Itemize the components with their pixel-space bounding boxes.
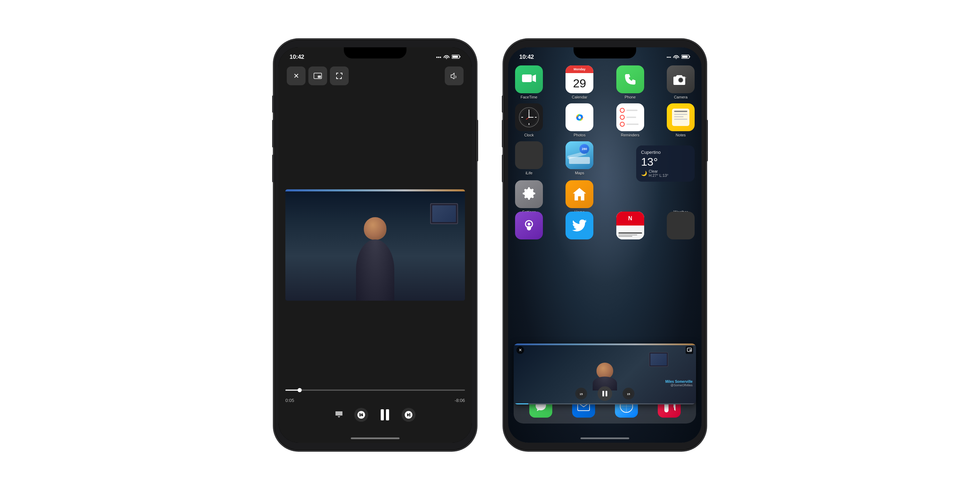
camera-label: Camera xyxy=(674,95,687,99)
app-podcast[interactable] xyxy=(515,212,543,239)
maps-label: Maps xyxy=(575,171,584,175)
pip-forward-button[interactable]: 15 xyxy=(623,388,635,399)
pip-rewind-button[interactable]: 15 xyxy=(575,388,587,399)
close-button[interactable]: ✕ xyxy=(287,67,305,85)
pip-progress-track xyxy=(514,403,696,404)
app-settings[interactable]: Settings xyxy=(515,180,543,214)
pip-close-button[interactable]: ✕ xyxy=(517,346,524,354)
pip-handle: @SomeOfMiles xyxy=(665,383,692,387)
svg-point-31 xyxy=(578,116,581,119)
svg-point-13 xyxy=(679,78,682,82)
app-grid-icon[interactable] xyxy=(667,212,695,239)
svg-rect-10 xyxy=(522,75,532,82)
battery-icon-right xyxy=(681,54,690,60)
battery-icon xyxy=(452,54,461,60)
video-top-controls: ✕ xyxy=(287,67,463,85)
app-phone[interactable]: Phone xyxy=(616,65,644,99)
app-facetime[interactable]: FaceTime xyxy=(515,65,543,99)
pip-progress-fill xyxy=(514,403,528,404)
home-indicator-right[interactable] xyxy=(581,438,629,439)
weather-lo: L:13° xyxy=(659,173,668,178)
calendar-label: Calendar xyxy=(572,95,587,99)
power-button-right[interactable] xyxy=(706,120,708,161)
app-row-1: FaceTime Monday 29 Calendar xyxy=(515,65,695,99)
forward-button[interactable]: 15 xyxy=(402,408,415,422)
svg-rect-39 xyxy=(606,391,607,396)
progress-bar[interactable] xyxy=(285,387,465,394)
app-notes[interactable]: Notes xyxy=(667,103,695,137)
app-maps[interactable]: 280 Maps xyxy=(566,141,593,175)
current-time: 0:05 xyxy=(285,398,294,403)
facetime-label: FaceTime xyxy=(520,95,538,99)
home-indicator[interactable] xyxy=(351,438,399,439)
time-labels: 0:05 -8:06 xyxy=(285,398,465,403)
wifi-icon xyxy=(443,54,450,60)
pip-person-name: Miles Somerville xyxy=(665,380,692,383)
calendar-date: 29 xyxy=(573,77,586,89)
svg-rect-6 xyxy=(386,409,389,420)
signal-icon: ▪▪▪ xyxy=(436,54,441,60)
svg-rect-4 xyxy=(318,76,321,78)
svg-rect-5 xyxy=(381,409,384,420)
svg-rect-8 xyxy=(682,56,688,58)
volume-up-button[interactable] xyxy=(272,120,274,148)
weather-app-label-col: Weather xyxy=(667,180,695,214)
weather-temp: 13° xyxy=(641,156,690,169)
mute-button[interactable] xyxy=(272,95,274,113)
weather-widget[interactable]: Cupertino 13° 🌙 Clear H:27° L:13° xyxy=(636,145,695,182)
volume-button[interactable] xyxy=(445,67,463,85)
rewind-button[interactable]: 15 xyxy=(354,408,368,422)
pause-button[interactable] xyxy=(379,409,390,421)
home-screen: 10:42 ▪▪▪ xyxy=(508,47,702,443)
app-calendar[interactable]: Monday 29 Calendar xyxy=(566,65,593,99)
svg-rect-9 xyxy=(689,56,690,57)
remaining-time: -8:06 xyxy=(455,398,465,403)
svg-marker-11 xyxy=(533,75,536,82)
app-clock[interactable]: Clock xyxy=(515,103,543,137)
volume-up-button-right[interactable] xyxy=(502,120,504,148)
pip-overlay[interactable]: ✕ 15 xyxy=(514,344,696,404)
status-icons: ▪▪▪ xyxy=(436,54,461,60)
reminders-label: Reminders xyxy=(621,133,639,137)
svg-rect-1 xyxy=(452,56,458,58)
airplay-button[interactable] xyxy=(335,410,343,420)
wifi-icon-right xyxy=(673,54,679,60)
weather-condition: Clear xyxy=(649,169,668,173)
expand-button[interactable] xyxy=(330,67,349,85)
volume-down-button[interactable] xyxy=(272,154,274,182)
weather-hi: H:27° xyxy=(649,173,659,178)
pip-button[interactable] xyxy=(308,67,327,85)
svg-rect-2 xyxy=(460,56,460,57)
app-twitter[interactable] xyxy=(566,212,593,239)
pip-expand-button[interactable] xyxy=(686,346,693,354)
mute-button-right[interactable] xyxy=(502,95,504,113)
pip-pause-button[interactable] xyxy=(598,386,612,401)
status-icons-right: ▪▪▪ xyxy=(667,54,690,60)
pip-monitor xyxy=(649,352,668,367)
svg-point-33 xyxy=(528,223,530,226)
app-reminders[interactable]: Reminders xyxy=(616,103,644,137)
left-phone: 10:42 ▪▪▪ xyxy=(274,40,476,450)
app-row-5: N xyxy=(515,212,695,239)
left-controls: ✕ xyxy=(287,67,349,85)
power-button[interactable] xyxy=(476,120,478,161)
video-player-screen: 10:42 ▪▪▪ xyxy=(278,47,472,443)
app-camera[interactable]: Camera xyxy=(667,65,695,99)
app-home[interactable]: Home xyxy=(566,180,593,214)
calendar-day: Monday xyxy=(574,67,585,71)
right-phone: 10:42 ▪▪▪ xyxy=(504,40,706,450)
app-row-4: Settings Home Weather xyxy=(515,180,695,214)
app-news[interactable]: N xyxy=(616,212,644,239)
signal-icon-right: ▪▪▪ xyxy=(667,55,671,59)
phone-label: Phone xyxy=(625,95,636,99)
volume-down-button-right[interactable] xyxy=(502,154,504,182)
svg-rect-38 xyxy=(602,391,604,396)
app-photos[interactable]: Photos xyxy=(566,103,593,137)
app-ilife[interactable]: iLife xyxy=(515,141,543,175)
svg-rect-35 xyxy=(689,349,691,351)
status-time-right: 10:42 xyxy=(519,54,534,60)
notch-right xyxy=(574,47,636,59)
svg-point-14 xyxy=(685,77,686,78)
pip-controls: 15 15 xyxy=(514,386,696,401)
clock-label: Clock xyxy=(524,133,534,137)
